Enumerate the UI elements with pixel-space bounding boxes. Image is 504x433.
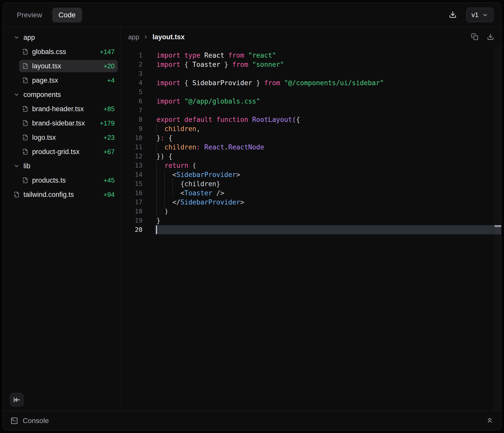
code-lines: 1import type React from "react"2import {… [121,51,501,234]
code-line-content[interactable]: return ( [155,161,501,170]
code-line-content[interactable]: }) { [155,152,501,161]
indent-guide [156,188,164,198]
tree-file-page.tsx[interactable]: page.tsx+4 [19,74,118,86]
file-plus-icon [22,106,28,112]
tree-file-products.ts[interactable]: products.ts+45 [19,174,118,186]
tree-file-logo.tsx[interactable]: logo.tsx+23 [19,131,118,144]
download-file-button[interactable] [487,33,494,41]
code-line-content[interactable]: import { Toaster } from "sonner" [155,60,501,69]
tree-item-label: globals.css [32,48,66,56]
code-line-content[interactable]: </SidebarProvider> [155,198,501,207]
code-line-3: 3 [121,69,501,78]
indent-guide [156,170,164,179]
code-line-15: 15{children} [121,179,501,188]
tree-file-product-grid.tsx[interactable]: product-grid.tsx+67 [19,146,118,158]
chevron-right-icon [143,34,148,40]
editor-pane: app layout.tsx [121,27,501,411]
line-number: 20 [121,225,155,234]
code-editor[interactable]: 1import type React from "react"2import {… [121,47,501,411]
code-line-content[interactable]: }: { [155,133,501,143]
code-line-content[interactable] [155,69,501,78]
tree-item-label: lib [23,162,30,170]
console-label: Console [23,417,49,425]
code-line-13: 13return ( [121,161,501,170]
line-number: 17 [121,198,155,207]
editor-scrollbar[interactable] [494,47,501,411]
code-line-7: 7 [121,106,501,115]
copy-code-button[interactable] [471,33,478,41]
copy-icon [471,33,478,40]
breadcrumb-folder[interactable]: app [128,33,139,41]
code-line-19: 19} [121,216,501,225]
file-plus-icon [22,134,28,141]
diff-added-count: +45 [101,176,115,184]
file-plus-icon [14,192,20,198]
code-line-content[interactable]: children: React.ReactNode [155,143,501,152]
console-bar[interactable]: Console [3,411,501,430]
code-line-content[interactable]: children, [155,124,501,133]
line-number: 13 [121,161,155,170]
tree-item-label: product-grid.tsx [32,148,79,156]
line-number: 7 [121,106,155,115]
chevron-down-icon [482,12,488,18]
topbar: Preview Code v1 [3,3,501,27]
tree-file-globals.css[interactable]: globals.css+147 [19,46,118,58]
code-line-12: 12}) { [121,152,501,161]
tab-code[interactable]: Code [52,8,82,22]
tree-folder-lib[interactable]: lib [10,160,118,172]
tree-item-label: components [23,91,61,99]
diff-added-count: +20 [101,62,115,70]
diff-added-count: +94 [101,191,115,199]
code-line-content[interactable]: export default function RootLayout({ [155,115,501,124]
code-line-content[interactable]: import "@/app/globals.css" [155,97,501,106]
tree-item-label: tailwind.config.ts [23,191,74,199]
file-plus-icon [22,149,28,155]
code-line-20: 20 [121,225,501,234]
code-line-9: 9children, [121,124,501,133]
code-line-5: 5 [121,87,501,97]
code-line-content[interactable]: {children} [155,179,501,188]
chevrons-up-icon [486,416,494,424]
line-number: 12 [121,152,155,161]
tree-folder-app[interactable]: app [10,31,118,44]
version-dropdown[interactable]: v1 [466,8,494,22]
line-number: 18 [121,207,155,216]
tab-preview[interactable]: Preview [10,8,49,22]
code-workspace-panel: Preview Code v1 appglobals.css+147layout… [3,3,501,430]
line-number: 9 [121,124,155,133]
code-line-content[interactable]: <Toaster /> [155,188,501,198]
diff-added-count: +147 [97,48,115,56]
tree-file-brand-sidebar.tsx[interactable]: brand-sidebar.tsx+179 [19,117,118,129]
tree-file-tailwind.config.ts[interactable]: tailwind.config.ts+94 [10,188,118,201]
code-line-content[interactable] [155,225,501,234]
code-line-content[interactable] [155,87,501,97]
indent-guide [164,198,172,207]
code-line-11: 11children: React.ReactNode [121,143,501,152]
chevron-down-icon [14,34,20,41]
indent-guide [156,161,164,170]
tree-file-layout.tsx[interactable]: layout.tsx+20 [19,60,118,72]
code-line-16: 16<Toaster /> [121,188,501,198]
file-tree-sidebar: appglobals.css+147layout.tsx+20page.tsx+… [3,27,121,411]
code-line-2: 2import { Toaster } from "sonner" [121,60,501,69]
download-project-button[interactable] [449,11,457,19]
text-cursor [156,225,157,234]
file-plus-icon [22,120,28,126]
tree-folder-components[interactable]: components [10,88,118,101]
code-line-14: 14<SidebarProvider> [121,170,501,179]
indent-guide [156,124,164,133]
code-line-content[interactable]: <SidebarProvider> [155,170,501,179]
indent-guide [164,179,172,188]
code-line-content[interactable]: import { SidebarProvider } from "@/compo… [155,78,501,87]
tree-item-label: app [23,34,35,42]
code-line-content[interactable] [155,106,501,115]
code-line-content[interactable]: } [155,216,501,225]
collapse-sidebar-button[interactable] [10,393,24,407]
code-line-content[interactable]: ) [155,207,501,216]
code-line-content[interactable]: import type React from "react" [155,51,501,60]
breadcrumb-file: layout.tsx [152,33,184,41]
line-number: 5 [121,87,155,97]
expand-console-button[interactable] [486,416,494,425]
tree-file-brand-header.tsx[interactable]: brand-header.tsx+85 [19,103,118,115]
line-number: 16 [121,188,155,198]
